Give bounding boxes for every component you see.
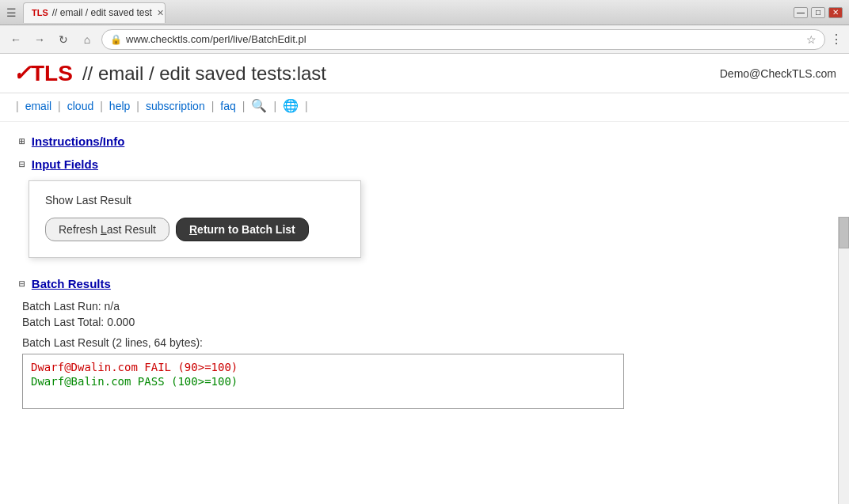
address-input[interactable]: 🔒 www.checktls.com/perl/live/BatchEdit.p… [101,29,825,50]
tab-favicon: TLS [32,8,48,17]
result-line-2: Dwarf@Balin.com PASS (100>=100) [31,375,615,388]
browser-titlebar: ☰ TLS // email / edit saved test ✕ — □ ✕ [0,0,849,25]
tab-close-icon[interactable]: ✕ [157,8,164,18]
show-last-result-label: Show Last Result [45,194,345,207]
batch-last-run-value: n/a [105,300,120,313]
nav-subscription[interactable]: subscription [143,98,208,114]
instructions-title: Instructions/Info [32,135,125,148]
window-controls: — □ ✕ [794,7,843,18]
nav-sep-6: | [273,100,276,112]
browser-menu-icon: ☰ [6,6,17,19]
batch-result-box: Dwarf@Dwalin.com FAIL (90>=100) Dwarf@Ba… [22,354,624,409]
nav-help[interactable]: help [106,98,133,114]
home-button[interactable]: ⌂ [78,30,97,49]
reload-button[interactable]: ↻ [54,30,73,49]
nav-sep-0: | [16,100,19,112]
globe-icon[interactable]: 🌐 [280,97,302,115]
batch-last-run-label: Batch Last Run: [22,300,101,313]
scrollbar-thumb[interactable] [839,217,849,248]
browser-menu-dots[interactable]: ⋮ [830,32,843,47]
nav-bar: | email | cloud | help | subscription | … [0,93,849,122]
nav-sep-2: | [100,100,103,112]
nav-faq[interactable]: faq [217,98,238,114]
batch-last-total: Batch Last Total: 0.000 [22,316,819,328]
nav-sep-5: | [242,100,246,112]
batch-results-section-header[interactable]: ⊟ Batch Results [19,277,819,290]
bookmark-icon[interactable]: ☆ [806,33,817,46]
logo-check: ✓ [13,60,31,86]
input-fields-section-header[interactable]: ⊟ Input Fields [19,157,819,171]
nav-sep-1: | [58,100,61,112]
batch-results-section: ⊟ Batch Results Batch Last Run: n/a Batc… [19,277,819,409]
instructions-expand-icon: ⊞ [19,135,25,147]
return-to-batch-list-button[interactable]: Return to Batch List [176,218,309,241]
forward-button[interactable]: → [30,30,49,49]
batch-results-title: Batch Results [32,277,111,290]
batch-result-label: Batch Last Result (2 lines, 64 bytes): [22,336,819,349]
batch-last-total-value: 0.000 [107,316,135,328]
address-bar: ← → ↻ ⌂ 🔒 www.checktls.com/perl/live/Bat… [0,25,849,54]
back-button[interactable]: ← [6,30,25,49]
browser-tab[interactable]: TLS // email / edit saved test ✕ [23,2,166,23]
refresh-last-result-button[interactable]: Refresh Last Result [45,218,169,241]
close-button[interactable]: ✕ [828,7,843,18]
nav-cloud[interactable]: cloud [64,98,97,114]
instructions-section-header[interactable]: ⊞ Instructions/Info [19,135,819,148]
minimize-button[interactable]: — [794,7,808,18]
maximize-button[interactable]: □ [811,7,825,18]
page-header: ✓ TLS // email / edit saved tests:last D… [0,54,849,93]
url-text: www.checktls.com/perl/live/BatchEdit.pl [126,33,306,45]
nav-email[interactable]: email [22,98,55,114]
batch-results-expand-icon: ⊟ [19,278,25,290]
batch-last-total-label: Batch Last Total: [22,316,104,328]
button-row: Refresh Last Result Return to Batch List [45,218,345,241]
batch-last-run: Batch Last Run: n/a [22,300,819,313]
user-email: Demo@CheckTLS.com [720,67,836,80]
nav-sep-7: | [305,100,308,112]
page-title: // email / edit saved tests:last [82,63,326,85]
show-last-result-box: Show Last Result Refresh Last Result Ret… [29,180,361,258]
lock-icon: 🔒 [110,34,122,45]
nav-sep-4: | [211,100,215,112]
search-icon[interactable]: 🔍 [248,97,270,115]
logo-area: ✓ TLS // email / edit saved tests:last [13,60,326,86]
logo-tls: TLS [31,61,73,86]
scrollbar[interactable] [838,217,849,504]
input-fields-expand-icon: ⊟ [19,158,25,170]
logo: ✓ TLS [13,60,73,86]
tab-label: // email / edit saved test [52,7,152,18]
result-line-1: Dwarf@Dwalin.com FAIL (90>=100) [31,361,615,373]
nav-sep-3: | [136,100,139,112]
main-content: ⊞ Instructions/Info ⊟ Input Fields Show … [0,122,838,504]
input-fields-title: Input Fields [32,157,98,171]
